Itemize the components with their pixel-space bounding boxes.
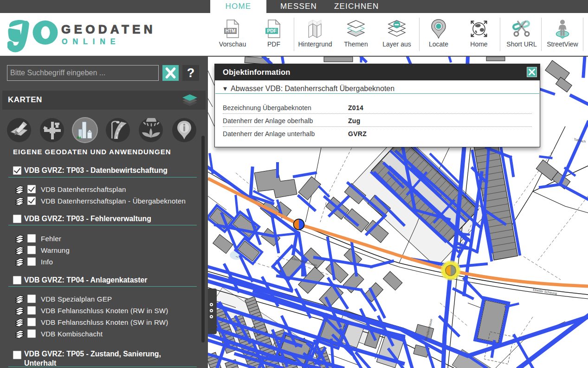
svg-text:ONLINE: ONLINE <box>62 38 120 46</box>
svg-text:PDF: PDF <box>267 28 277 33</box>
svg-text:HTM: HTM <box>226 28 236 33</box>
svg-text:GEODATEN: GEODATEN <box>61 22 156 36</box>
